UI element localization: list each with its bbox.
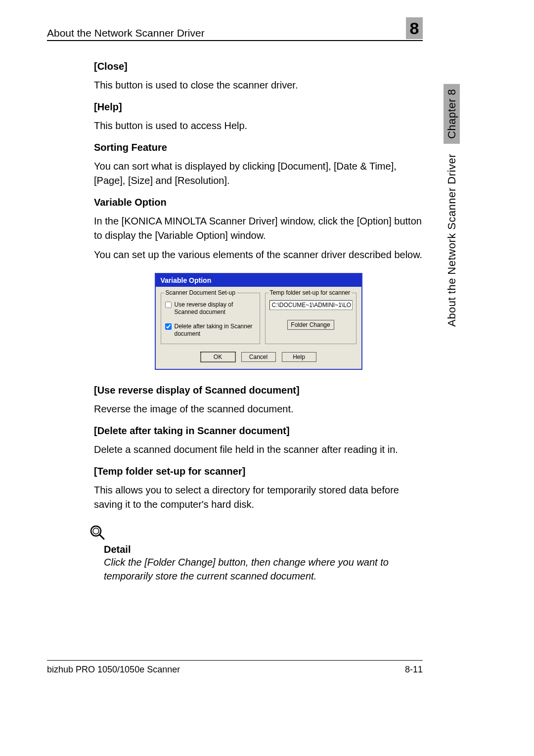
svg-point-1: [93, 528, 99, 534]
scanner-document-setup-legend: Scanner Document Set-up: [164, 289, 237, 296]
section-close-text: This button is used to close the scanner…: [94, 78, 423, 92]
section-temp-heading: [Temp folder set-up for scanner]: [94, 466, 423, 477]
side-tab: About the Network Scanner Driver Chapter…: [445, 84, 458, 327]
scanner-document-setup-group: Scanner Document Set-up Use reverse disp…: [161, 293, 260, 344]
temp-folder-setup-legend: Temp folder set-up for scanner: [268, 289, 352, 296]
section-reverse-heading: [Use reverse display of Scanned document…: [94, 385, 423, 396]
magnifier-icon: [89, 524, 106, 541]
delete-after-checkbox[interactable]: [165, 323, 172, 330]
delete-after-label: Delete after taking in Scanner document: [175, 323, 256, 338]
section-reverse-text: Reverse the image of the scanned documen…: [94, 402, 423, 416]
temp-folder-setup-group: Temp folder set-up for scanner C:\DOCUME…: [265, 293, 356, 344]
section-variable-text-2: You can set up the various elements of t…: [94, 248, 423, 262]
side-tab-section: About the Network Scanner Driver: [445, 154, 458, 327]
header-title: About the Network Scanner Driver: [47, 27, 205, 39]
dialog-titlebar: Variable Option: [156, 274, 361, 287]
section-help-text: This button is used to access Help.: [94, 119, 423, 133]
page-header: About the Network Scanner Driver 8: [47, 17, 423, 41]
section-delete-text: Delete a scanned document file held in t…: [94, 443, 423, 457]
section-close-heading: [Close]: [94, 61, 423, 72]
help-button[interactable]: Help: [282, 352, 316, 362]
detail-label: Detail: [104, 544, 423, 555]
section-sorting-text: You can sort what is displayed by clicki…: [94, 159, 423, 188]
side-tab-chapter: Chapter 8: [444, 84, 460, 144]
ok-button[interactable]: OK: [201, 352, 235, 362]
section-help-heading: [Help]: [94, 101, 423, 113]
svg-line-2: [99, 534, 104, 539]
section-variable-heading: Variable Option: [94, 197, 423, 208]
variable-option-dialog: Variable Option Scanner Document Set-up …: [155, 273, 362, 370]
footer-left: bizhub PRO 1050/1050e Scanner: [47, 665, 180, 675]
page-footer: bizhub PRO 1050/1050e Scanner 8-11: [47, 660, 423, 675]
cancel-button[interactable]: Cancel: [241, 352, 276, 362]
section-delete-heading: [Delete after taking in Scanner document…: [94, 425, 423, 437]
section-variable-text-1: In the [KONICA MINOLTA Scanner Driver] w…: [94, 214, 423, 243]
reverse-display-label: Use reverse display of Scanned document: [175, 301, 256, 316]
reverse-display-checkbox-row[interactable]: Use reverse display of Scanned document: [165, 301, 256, 316]
reverse-display-checkbox[interactable]: [165, 302, 172, 308]
detail-text: Click the [Folder Change] button, then c…: [104, 555, 423, 583]
section-sorting-heading: Sorting Feature: [94, 142, 423, 153]
temp-folder-path-field[interactable]: C:\DOCUME~1\ADMINI~1\LO: [269, 300, 353, 310]
section-temp-text: This allows you to select a directory fo…: [94, 483, 423, 512]
footer-right: 8-11: [405, 665, 423, 675]
delete-after-checkbox-row[interactable]: Delete after taking in Scanner document: [165, 323, 256, 338]
folder-change-button[interactable]: Folder Change: [287, 320, 334, 330]
chapter-number-box: 8: [406, 17, 423, 39]
